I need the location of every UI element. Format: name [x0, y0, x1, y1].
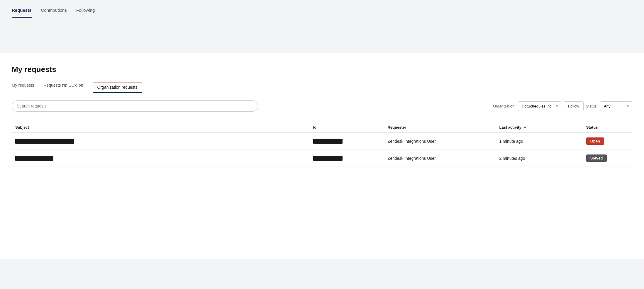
status-select-wrapper: Any Open Solved Pending ▼ [600, 101, 632, 111]
subtab-org-requests[interactable]: Organization requests [93, 83, 142, 93]
cell-id-2 [310, 150, 384, 167]
col-header-last-activity[interactable]: Last activity ▼ [496, 122, 582, 133]
cell-status-2: Solved [583, 150, 632, 167]
organization-select[interactable]: HotSchedules Inc [518, 101, 561, 111]
tab-following[interactable]: Following [76, 8, 95, 18]
col-header-id: Id [310, 122, 384, 133]
tab-requests[interactable]: Requests [12, 8, 32, 18]
cell-status-1: Open [583, 133, 632, 150]
organization-select-wrapper: HotSchedules Inc ▼ [518, 101, 561, 111]
tab-contributions[interactable]: Contributions [41, 8, 67, 18]
cell-subject-2 [12, 150, 310, 167]
page-title: My requests [12, 65, 632, 74]
status-badge-open: Open [586, 137, 604, 145]
status-badge-solved: Solved [586, 154, 607, 162]
col-header-subject: Subject [12, 122, 310, 133]
cell-id-1 [310, 133, 384, 150]
table-row: Zendesk Integrations User 1 minute ago O… [12, 133, 632, 150]
col-header-requester: Requester [384, 122, 496, 133]
filter-group: Organization: HotSchedules Inc ▼ Follow … [493, 101, 632, 111]
sort-arrow-icon: ▼ [523, 126, 526, 129]
status-label: Status: [586, 104, 598, 108]
cell-activity-2: 2 minutes ago [496, 150, 582, 167]
cell-requester-1: Zendesk Integrations User [384, 133, 496, 150]
table-row: Zendesk Integrations User 2 minutes ago … [12, 150, 632, 167]
redacted-subject-1 [15, 139, 74, 144]
status-select[interactable]: Any Open Solved Pending [600, 101, 632, 111]
cell-activity-1: 1 minute ago [496, 133, 582, 150]
sub-tabs: My requests Requests I'm CC'd on Organiz… [12, 82, 632, 92]
follow-button[interactable]: Follow [564, 101, 584, 111]
subtab-ccd-on[interactable]: Requests I'm CC'd on [43, 83, 83, 92]
header-area [0, 18, 644, 53]
col-header-status: Status [583, 122, 632, 133]
cell-subject-1 [12, 133, 310, 150]
main-content: My requests My requests Requests I'm CC'… [0, 53, 644, 259]
search-input[interactable] [12, 100, 258, 112]
subtab-my-requests[interactable]: My requests [12, 83, 34, 92]
cell-requester-2: Zendesk Integrations User [384, 150, 496, 167]
top-navigation: Requests Contributions Following [0, 0, 644, 18]
requests-table: Subject Id Requester Last activity ▼ Sta… [12, 122, 632, 167]
redacted-id-1 [313, 139, 343, 144]
organization-label: Organization: [493, 104, 516, 108]
redacted-subject-2 [15, 156, 53, 161]
filter-row: Organization: HotSchedules Inc ▼ Follow … [12, 100, 632, 112]
search-wrapper [12, 100, 258, 112]
redacted-id-2 [313, 156, 343, 161]
